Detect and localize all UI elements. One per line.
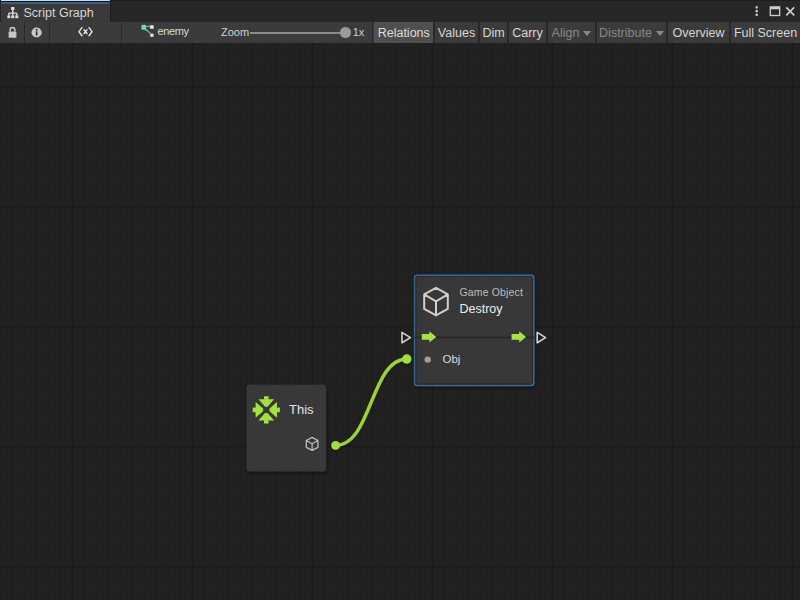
svg-text:This: This: [289, 402, 314, 417]
svg-text:Obj: Obj: [443, 353, 461, 365]
svg-text:Destroy: Destroy: [460, 302, 504, 316]
svg-text:Game Object: Game Object: [460, 286, 524, 298]
